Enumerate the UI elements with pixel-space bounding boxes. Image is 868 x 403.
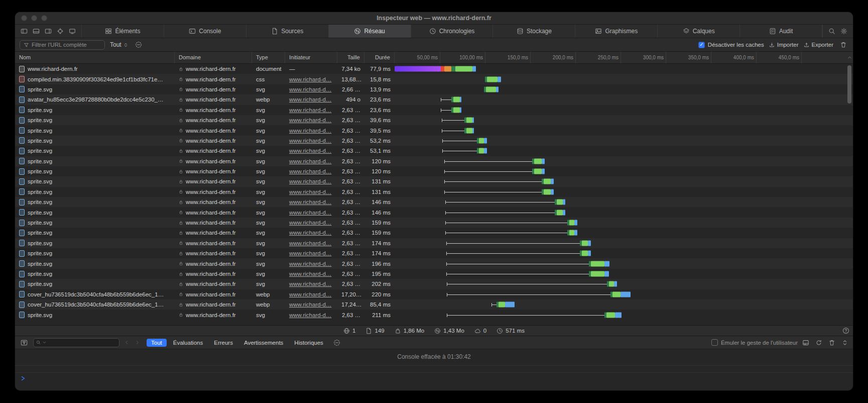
network-request-row[interactable]: sprite.svg www.richard-dern.fr svg www.r… (15, 238, 853, 248)
network-request-row[interactable]: sprite.svg www.richard-dern.fr svg www.r… (15, 218, 853, 228)
row-initiator[interactable]: www.richard-d… (289, 128, 331, 134)
help-button[interactable] (842, 327, 849, 334)
toggle-bottom-panel-button[interactable] (31, 27, 41, 36)
row-initiator[interactable]: www.richard-d… (289, 117, 331, 123)
console-tab-historiques[interactable]: Historiques (290, 339, 328, 347)
network-request-row[interactable]: sprite.svg www.richard-dern.fr svg www.r… (15, 105, 853, 115)
emulate-user-gesture-checkbox[interactable] (711, 339, 718, 346)
zoom-window-button[interactable] (41, 15, 47, 21)
column-header-domain[interactable]: Domaine (175, 52, 252, 63)
search-button[interactable] (827, 27, 837, 36)
network-request-row[interactable]: sprite.svg www.richard-dern.fr svg www.r… (15, 248, 853, 258)
disable-caches-checkbox[interactable] (698, 42, 705, 48)
url-filter-field[interactable] (20, 40, 105, 50)
column-header-type[interactable]: Type (252, 52, 285, 63)
row-initiator[interactable]: www.richard-d… (289, 189, 331, 195)
network-request-row[interactable]: sprite.svg www.richard-dern.fr svg www.r… (15, 269, 853, 279)
console-tab-tout[interactable]: Tout (147, 339, 167, 347)
network-request-row[interactable]: sprite.svg www.richard-dern.fr svg www.r… (15, 125, 853, 135)
row-initiator[interactable]: www.richard-d… (289, 76, 331, 82)
network-request-row[interactable]: sprite.svg www.richard-dern.fr svg www.r… (15, 156, 853, 166)
export-button[interactable]: Exporter (804, 42, 833, 48)
network-request-row[interactable]: compiled.min.38390909f303624ed9e1cf1bd3f… (15, 74, 853, 84)
row-initiator[interactable]: www.richard-d… (289, 250, 331, 256)
network-request-row[interactable]: sprite.svg www.richard-dern.fr svg www.r… (15, 146, 853, 156)
network-request-row[interactable]: sprite.svg www.richard-dern.fr svg www.r… (15, 279, 853, 289)
expand-console-button[interactable] (841, 339, 849, 347)
row-initiator[interactable]: www.richard-d… (289, 158, 331, 164)
toggle-right-sidebar-button[interactable] (43, 27, 53, 36)
network-request-row[interactable]: sprite.svg www.richard-dern.fr svg www.r… (15, 84, 853, 94)
console-search-input[interactable] (48, 340, 116, 346)
row-initiator[interactable]: www.richard-d… (289, 261, 331, 267)
tab-sources[interactable]: Sources (246, 25, 329, 38)
row-initiator[interactable]: www.richard-d… (289, 230, 331, 236)
tab-elements[interactable]: Éléments (82, 25, 164, 38)
close-window-button[interactable] (21, 15, 27, 21)
console-prompt[interactable] (15, 372, 853, 384)
network-request-row[interactable]: sprite.svg www.richard-dern.fr svg www.r… (15, 166, 853, 176)
element-picker-button[interactable] (55, 27, 65, 36)
vertical-scrollbar-thumb[interactable] (847, 65, 851, 104)
tab-audit[interactable]: Audit (740, 25, 822, 38)
row-initiator[interactable]: www.richard-d… (289, 271, 331, 277)
row-initiator[interactable]: www.richard-d… (289, 301, 331, 308)
row-initiator[interactable]: www.richard-d… (289, 107, 331, 113)
network-request-row[interactable]: sprite.svg www.richard-dern.fr svg www.r… (15, 197, 853, 207)
column-header-duration[interactable]: Durée (364, 52, 395, 63)
clear-console-button[interactable] (828, 339, 836, 347)
split-console-button[interactable] (802, 339, 810, 347)
network-request-row[interactable]: sprite.svg www.richard-dern.fr svg www.r… (15, 310, 853, 320)
console-filter-button[interactable] (19, 338, 29, 347)
network-request-row[interactable]: www.richard-dern.fr www.richard-dern.fr … (15, 64, 853, 74)
column-header-name[interactable]: Nom (15, 52, 175, 63)
row-initiator[interactable]: www.richard-d… (289, 291, 331, 297)
tab-stockage[interactable]: Stockage (493, 25, 575, 38)
disable-caches-toggle[interactable]: Désactiver les caches (698, 42, 764, 48)
row-initiator[interactable]: www.richard-d… (289, 148, 331, 154)
clear-network-items-button[interactable] (838, 40, 848, 49)
network-request-row[interactable]: sprite.svg www.richard-dern.fr svg www.r… (15, 258, 853, 268)
network-request-row[interactable]: cover_hu736519dc3b5040cfa48b6b559b6de6ec… (15, 289, 853, 299)
network-request-row[interactable]: cover_hu736519dc3b5040cfa48b6b559b6de6ec… (15, 299, 853, 310)
collapse-waterfall-button[interactable] (846, 52, 853, 63)
column-header-initiator[interactable]: Initiateur (285, 52, 337, 63)
console-tab-evaluations[interactable]: Évaluations (169, 339, 207, 347)
tab-console[interactable]: Console (164, 25, 246, 38)
network-request-row[interactable]: avatar_hu85ecc3e298728880b0bde2dcc4e5c23… (15, 94, 853, 105)
tab-calques[interactable]: Calques (658, 25, 740, 38)
tab-reseau[interactable]: Réseau (329, 25, 411, 38)
row-initiator[interactable]: www.richard-d… (289, 86, 331, 92)
network-request-row[interactable]: sprite.svg www.richard-dern.fr svg www.r… (15, 207, 853, 217)
network-request-row[interactable]: sprite.svg www.richard-dern.fr svg www.r… (15, 187, 853, 197)
console-scope-button[interactable] (332, 338, 342, 347)
filter-options-button[interactable] (134, 40, 144, 49)
row-initiator[interactable]: www.richard-d… (289, 199, 331, 205)
resource-type-filter[interactable]: Tout (110, 41, 129, 48)
column-header-size[interactable]: Taille (337, 52, 364, 63)
tab-graphismes[interactable]: Graphismes (575, 25, 658, 38)
device-preview-button[interactable] (67, 27, 77, 36)
row-initiator[interactable]: www.richard-d… (289, 240, 331, 246)
reload-button[interactable] (815, 339, 823, 347)
next-result-button[interactable] (134, 339, 141, 346)
network-request-row[interactable]: sprite.svg www.richard-dern.fr svg www.r… (15, 115, 853, 125)
minimize-window-button[interactable] (31, 15, 37, 21)
console-tab-erreurs[interactable]: Erreurs (209, 339, 237, 347)
url-filter-input[interactable] (32, 42, 97, 48)
console-tab-avertissements[interactable]: Avertissements (239, 339, 288, 347)
network-request-row[interactable]: sprite.svg www.richard-dern.fr svg www.r… (15, 176, 853, 186)
row-initiator[interactable]: www.richard-d… (289, 138, 331, 144)
network-request-row[interactable]: sprite.svg www.richard-dern.fr svg www.r… (15, 228, 853, 238)
previous-result-button[interactable] (123, 339, 130, 346)
row-initiator[interactable]: www.richard-d… (289, 168, 331, 174)
row-initiator[interactable]: www.richard-d… (289, 96, 331, 103)
row-initiator[interactable]: www.richard-d… (289, 220, 331, 226)
network-request-row[interactable]: sprite.svg www.richard-dern.fr svg www.r… (15, 136, 853, 146)
toggle-left-sidebar-button[interactable] (19, 27, 29, 36)
tab-chronologies[interactable]: Chronologies (411, 25, 493, 38)
emulate-user-gesture-toggle[interactable]: Émuler le geste de l'utilisateur (711, 339, 798, 346)
row-initiator[interactable]: www.richard-d… (289, 312, 331, 318)
row-initiator[interactable]: www.richard-d… (289, 281, 331, 287)
import-button[interactable]: Importer (769, 42, 799, 48)
